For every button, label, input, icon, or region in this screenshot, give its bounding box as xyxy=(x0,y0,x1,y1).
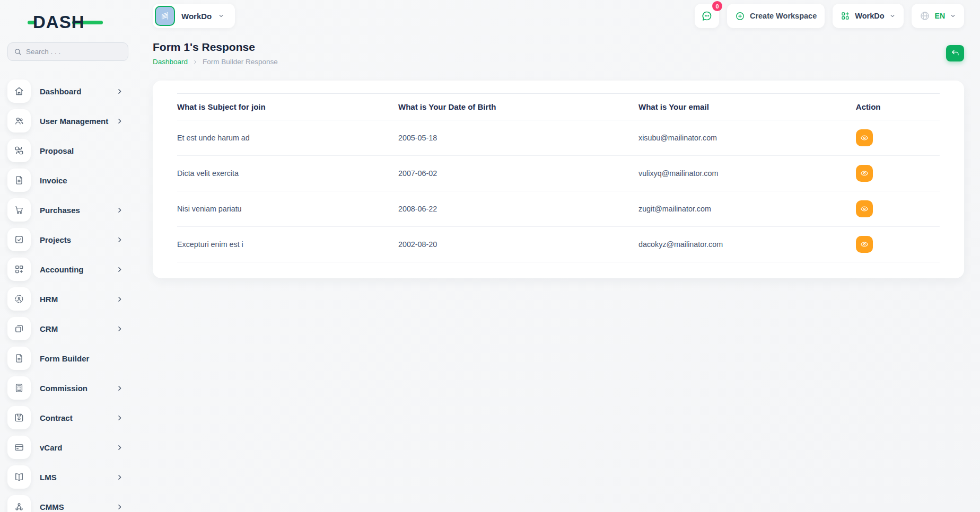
back-button[interactable] xyxy=(946,45,964,61)
users-icon xyxy=(7,109,31,133)
cell-dob: 2008-06-22 xyxy=(398,191,638,227)
chevron-down-icon xyxy=(218,13,224,19)
column-header-dob: What is Your Date of Birth xyxy=(398,94,638,120)
column-header-email: What is Your email xyxy=(638,94,856,120)
chevron-down-icon xyxy=(950,13,956,19)
chevron-right-icon xyxy=(116,207,123,214)
page-header: Form 1's Response Dashboard Form Builder… xyxy=(153,41,964,66)
sidebar-item-vcard[interactable]: vCard xyxy=(7,436,129,459)
sidebar-item-contract[interactable]: Contract xyxy=(7,406,129,429)
messenger-button[interactable]: 0 xyxy=(695,4,719,28)
logo-text: DASH xyxy=(33,12,85,32)
chevron-right-icon xyxy=(116,444,123,451)
grid-plus-icon xyxy=(7,258,31,281)
create-workspace-button[interactable]: Create Workspace xyxy=(727,4,825,28)
sidebar-item-label: Commission xyxy=(40,384,116,393)
sidebar-item-label: HRM xyxy=(40,295,116,304)
view-response-button[interactable] xyxy=(856,200,873,217)
sidebar-item-label: Accounting xyxy=(40,265,116,274)
chevron-right-icon xyxy=(116,236,123,243)
main-content: WorkDo 0 Create Workspace WorkDo xyxy=(137,0,980,512)
view-response-button[interactable] xyxy=(856,236,873,253)
sidebar-item-cmms[interactable]: CMMS xyxy=(7,495,129,512)
chevron-right-icon xyxy=(116,385,123,392)
breadcrumb-current: Form Builder Response xyxy=(203,58,278,66)
table-row: Excepturi enim est i 2002-08-20 dacokyz@… xyxy=(177,227,940,262)
globe-icon xyxy=(920,11,930,21)
search-icon xyxy=(14,48,22,56)
chevron-right-icon xyxy=(116,504,123,510)
column-header-subject: What is Subject for join xyxy=(177,94,398,120)
chat-icon xyxy=(701,10,713,22)
sidebar: DASH Dashboard User Management xyxy=(0,0,137,512)
sidebar-item-lms[interactable]: LMS xyxy=(7,465,129,489)
eye-icon xyxy=(860,205,869,213)
search-input[interactable] xyxy=(26,48,122,56)
cell-subject: Dicta velit exercita xyxy=(177,156,398,191)
document-icon xyxy=(7,347,31,370)
language-code: EN xyxy=(935,12,945,20)
sidebar-item-purchases[interactable]: Purchases xyxy=(7,198,129,222)
sidebar-item-hrm[interactable]: HRM xyxy=(7,287,129,311)
sidebar-item-commission[interactable]: Commission xyxy=(7,376,129,400)
credit-card-icon xyxy=(7,436,31,459)
sidebar-item-proposal[interactable]: Proposal xyxy=(7,139,129,162)
workspace-selector[interactable]: WorkDo xyxy=(153,4,235,28)
return-arrow-icon xyxy=(951,49,960,58)
language-selector[interactable]: EN xyxy=(912,4,964,28)
grid-plus-icon xyxy=(841,11,850,21)
responses-table: What is Subject for join What is Your Da… xyxy=(177,93,940,262)
workdo-menu[interactable]: WorkDo xyxy=(833,4,903,28)
plus-circle-icon xyxy=(735,11,745,21)
sidebar-item-dashboard[interactable]: Dashboard xyxy=(7,80,129,103)
cell-dob: 2005-05-18 xyxy=(398,120,638,156)
cell-email: xisubu@mailinator.com xyxy=(638,120,856,156)
floppy-icon xyxy=(7,406,31,429)
app-logo[interactable]: DASH xyxy=(28,11,137,34)
person-dashed-icon xyxy=(7,287,31,311)
column-header-action: Action xyxy=(856,94,940,120)
sidebar-search[interactable] xyxy=(7,42,128,61)
sidebar-item-accounting[interactable]: Accounting xyxy=(7,258,129,281)
chevron-right-icon xyxy=(116,88,123,95)
table-row: Nisi veniam pariatu 2008-06-22 zugit@mai… xyxy=(177,191,940,227)
page-title: Form 1's Response xyxy=(153,41,278,54)
chevron-right-icon xyxy=(116,414,123,421)
sidebar-item-label: vCard xyxy=(40,443,116,452)
cell-subject: Excepturi enim est i xyxy=(177,227,398,262)
sidebar-item-form-builder[interactable]: Form Builder xyxy=(7,347,129,370)
swap-boxes-icon xyxy=(7,139,31,162)
sidebar-item-label: Proposal xyxy=(40,146,129,155)
cell-email: zugit@mailinator.com xyxy=(638,191,856,227)
home-icon xyxy=(7,80,31,103)
sidebar-item-projects[interactable]: Projects xyxy=(7,228,129,251)
sidebar-item-label: Contract xyxy=(40,413,116,422)
eye-icon xyxy=(860,240,869,249)
table-header-row: What is Subject for join What is Your Da… xyxy=(177,94,940,120)
notification-badge: 0 xyxy=(712,1,722,11)
cell-dob: 2007-06-02 xyxy=(398,156,638,191)
breadcrumb-dashboard-link[interactable]: Dashboard xyxy=(153,58,188,66)
top-header: WorkDo 0 Create Workspace WorkDo xyxy=(153,4,964,28)
eye-icon xyxy=(860,134,869,142)
chevron-right-icon xyxy=(116,474,123,481)
sidebar-item-label: Purchases xyxy=(40,206,116,215)
chevron-right-icon xyxy=(116,296,123,303)
breadcrumb: Dashboard Form Builder Response xyxy=(153,58,278,66)
chevron-right-icon xyxy=(116,266,123,273)
sidebar-item-invoice[interactable]: Invoice xyxy=(7,169,129,192)
sidebar-item-label: Form Builder xyxy=(40,354,129,363)
cell-subject: Nisi veniam pariatu xyxy=(177,191,398,227)
sidebar-item-label: Invoice xyxy=(40,176,129,185)
cell-subject: Et est unde harum ad xyxy=(177,120,398,156)
workdo-menu-label: WorkDo xyxy=(855,12,884,20)
book-icon xyxy=(7,465,31,489)
cell-dob: 2002-08-20 xyxy=(398,227,638,262)
sidebar-item-user-management[interactable]: User Management xyxy=(7,109,129,133)
view-response-button[interactable] xyxy=(856,165,873,182)
table-row: Et est unde harum ad 2005-05-18 xisubu@m… xyxy=(177,120,940,156)
sidebar-item-label: Projects xyxy=(40,235,116,244)
view-response-button[interactable] xyxy=(856,129,873,146)
sidebar-item-crm[interactable]: CRM xyxy=(7,317,129,340)
chevron-right-icon xyxy=(116,325,123,332)
